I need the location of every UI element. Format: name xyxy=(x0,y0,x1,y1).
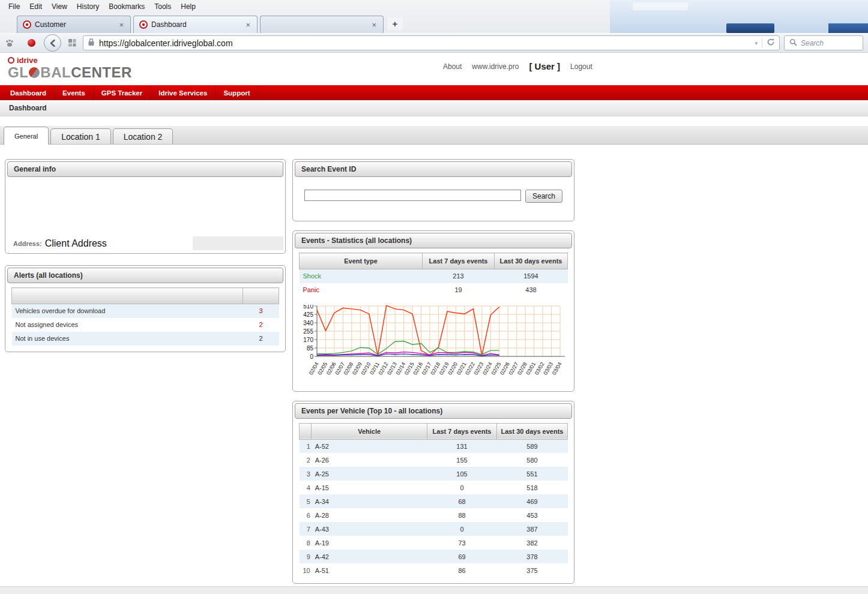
event-type-cell: Panic xyxy=(300,283,423,297)
menu-bookmarks[interactable]: Bookmarks xyxy=(104,1,149,13)
chart-y-label: 255 xyxy=(303,328,313,334)
idrive-logo[interactable]: idrive GL BAL CENTER xyxy=(8,56,132,80)
table-row[interactable]: 8 A-19 73 382 xyxy=(300,536,568,550)
table-row[interactable]: Vehicles overdue for download 3 xyxy=(12,304,279,318)
rank-cell: 6 xyxy=(300,508,312,522)
browser-tab-dashboard[interactable]: Dashboard × xyxy=(133,16,258,33)
last30-cell: 551 xyxy=(497,467,568,481)
events-per-vehicle-panel: Events per Vehicle (Top 10 - all locatio… xyxy=(292,401,574,584)
menu-tools[interactable]: Tools xyxy=(149,1,176,13)
left-column: General info Address: Client Address Ale… xyxy=(5,159,286,593)
menu-file[interactable]: File xyxy=(4,1,25,13)
table-row[interactable]: Not in use devices 2 xyxy=(12,332,279,346)
tab-close-icon[interactable]: × xyxy=(118,21,125,29)
table-row[interactable]: 3 A-25 105 551 xyxy=(300,467,568,481)
events-chart-wrap: 08517025534042551002/0402/0502/0602/0702… xyxy=(299,297,568,385)
rank-cell: 1 xyxy=(300,439,312,453)
globe-icon xyxy=(29,67,40,78)
logo-text-small: idrive xyxy=(17,56,38,65)
table-row[interactable]: 5 A-34 68 469 xyxy=(300,494,568,508)
table-header-row: Event type Last 7 days events Last 30 da… xyxy=(300,253,568,269)
table-row[interactable]: 9 A-42 69 378 xyxy=(300,550,568,563)
nav-gps-tracker[interactable]: GPS Tracker xyxy=(94,85,151,100)
menu-history[interactable]: History xyxy=(72,1,104,13)
tab-location-2[interactable]: Location 2 xyxy=(113,128,173,144)
new-tab-button[interactable]: + xyxy=(387,17,403,30)
addon-paw-icon[interactable] xyxy=(5,38,14,48)
magnifier-icon xyxy=(789,38,797,49)
table-row[interactable]: Panic 19 438 xyxy=(300,283,568,297)
menu-help[interactable]: Help xyxy=(176,1,200,13)
rank-cell: 3 xyxy=(300,467,312,481)
user-label[interactable]: [ User ] xyxy=(529,61,560,71)
table-row[interactable]: 2 A-26 155 580 xyxy=(300,453,568,467)
general-info-body: Address: Client Address xyxy=(7,177,283,251)
url-input[interactable] xyxy=(99,38,750,48)
tab-general[interactable]: General xyxy=(4,127,49,145)
menu-view[interactable]: View xyxy=(47,1,72,13)
alert-label: Not in use devices xyxy=(12,332,243,346)
search-button[interactable]: Search xyxy=(525,190,562,203)
table-row[interactable]: 10 A-51 86 375 xyxy=(300,563,568,577)
main-nav: Dashboard Events GPS Tracker Idrive Serv… xyxy=(0,85,868,100)
header-links: About www.idrive.pro [ User ] Logout xyxy=(443,61,592,71)
table-row[interactable]: 7 A-43 0 387 xyxy=(300,522,568,536)
last7-cell: 213 xyxy=(423,269,495,283)
logo-top-row: idrive xyxy=(8,56,132,65)
table-row[interactable]: 4 A-15 0 518 xyxy=(300,481,568,494)
browser-chrome: File Edit View History Bookmarks Tools H… xyxy=(0,0,868,53)
logout-link[interactable]: Logout xyxy=(570,62,592,71)
tab-title: Customer xyxy=(35,20,114,29)
chart-y-label: 0 xyxy=(310,353,313,359)
idrive-pro-link[interactable]: www.idrive.pro xyxy=(472,62,519,71)
addon-record-icon[interactable] xyxy=(28,39,35,47)
browser-search-box[interactable] xyxy=(784,35,863,50)
last30-cell: 375 xyxy=(497,563,568,577)
last30-cell: 378 xyxy=(497,550,568,563)
alerts-header-empty xyxy=(12,288,243,304)
table-row[interactable]: 6 A-28 88 453 xyxy=(300,508,568,522)
menu-edit[interactable]: Edit xyxy=(25,1,47,13)
alert-value: 2 xyxy=(243,332,279,346)
address-row: Address: Client Address xyxy=(7,235,283,250)
table-header-row: Vehicle Last 7 days events Last 30 days … xyxy=(300,423,568,439)
nav-idrive-services[interactable]: Idrive Services xyxy=(151,85,215,100)
back-button[interactable] xyxy=(44,34,61,52)
reload-icon[interactable] xyxy=(767,38,775,49)
breadcrumb: Dashboard xyxy=(0,100,868,116)
event-id-input[interactable] xyxy=(304,190,521,201)
about-link[interactable]: About xyxy=(443,62,462,71)
page: idrive GL BAL CENTER About www.idrive.pr… xyxy=(0,53,868,593)
nav-events[interactable]: Events xyxy=(55,85,94,100)
last30-cell: 387 xyxy=(497,522,568,536)
last30-cell: 469 xyxy=(497,494,568,508)
url-bar[interactable]: ▾ xyxy=(83,35,780,50)
table-row[interactable]: 1 A-52 131 589 xyxy=(300,439,568,453)
tab-close-icon[interactable]: × xyxy=(244,21,252,29)
browser-tab-blank[interactable]: × xyxy=(260,16,384,33)
events-stats-panel: Events - Statistics (all locations) Even… xyxy=(292,230,574,392)
table-row[interactable]: Shock 213 1594 xyxy=(300,269,568,283)
last30-cell: 580 xyxy=(497,453,568,467)
chart-y-label: 425 xyxy=(303,311,313,317)
site-header: idrive GL BAL CENTER About www.idrive.pr… xyxy=(0,53,868,85)
rank-header xyxy=(300,423,312,439)
browser-search-input[interactable] xyxy=(801,39,858,47)
alert-label: Vehicles overdue for download xyxy=(12,304,243,318)
column-header: Last 30 days events xyxy=(497,423,568,439)
tab-close-icon[interactable]: × xyxy=(370,21,378,29)
url-dropdown-icon[interactable]: ▾ xyxy=(755,40,758,46)
tab-location-1[interactable]: Location 1 xyxy=(50,128,111,144)
browser-tab-customer[interactable]: Customer × xyxy=(17,16,131,33)
events-per-vehicle-title: Events per Vehicle (Top 10 - all locatio… xyxy=(295,403,572,419)
chart-y-label: 510 xyxy=(303,305,313,310)
vehicle-cell: A-51 xyxy=(312,563,427,577)
nav-support[interactable]: Support xyxy=(215,85,258,100)
browser-tabstrip: Customer × Dashboard × × + xyxy=(0,13,868,33)
event-type-cell: Shock xyxy=(300,269,423,283)
events-per-vehicle-table: Vehicle Last 7 days events Last 30 days … xyxy=(299,423,568,578)
table-row[interactable]: Not assigned devices 2 xyxy=(12,318,279,332)
address-field-area xyxy=(193,236,283,250)
nav-dashboard[interactable]: Dashboard xyxy=(2,85,55,100)
tab-groups-icon[interactable] xyxy=(65,37,79,50)
